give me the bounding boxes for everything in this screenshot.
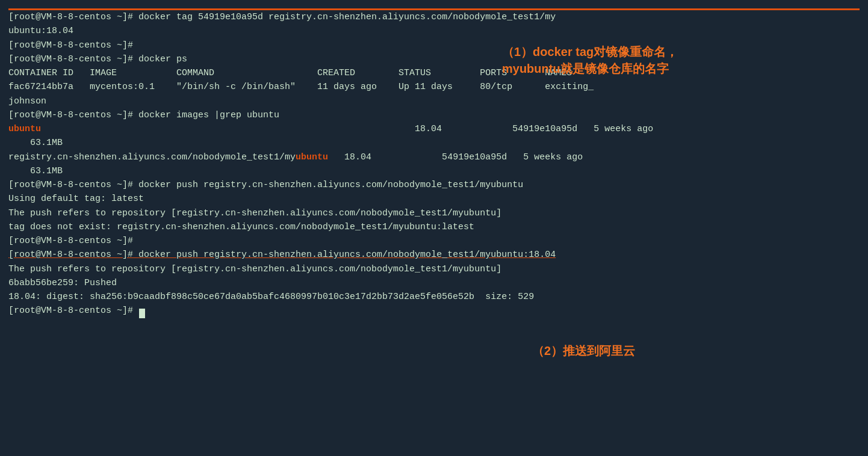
terminal-line: [root@VM-8-8-centos ~]# docker tag 54919…: [8, 10, 860, 24]
terminal-line: Using default tag: latest: [8, 192, 860, 206]
command-text: docker push registry.cn-shenzhen.aliyunc…: [138, 180, 523, 190]
prompt: [root@VM-8-8-centos ~]#: [8, 180, 138, 190]
command-text: docker images |grep ubuntu: [138, 110, 279, 120]
prompt: [root@VM-8-8-centos ~]#: [8, 54, 138, 64]
terminal-line: johnson: [8, 94, 860, 108]
annotation-1-line2: myubuntu就是镜像仓库的名字: [502, 62, 669, 75]
terminal-line: The push refers to repository [registry.…: [8, 262, 860, 276]
ubuntu-red-text-2: ubuntu: [296, 152, 328, 162]
terminal-line: 63.1MB: [8, 136, 860, 150]
command-text: docker ps: [138, 54, 187, 64]
annotation-2: （2）推送到阿里云: [532, 342, 743, 359]
terminal-line: fac67214bb7a mycentos:0.1 "/bin/sh -c /b…: [8, 80, 860, 94]
ubuntu-red-text: ubuntu: [8, 124, 41, 134]
prompt: [root@VM-8-8-centos ~]#: [8, 12, 138, 22]
annotation-2-text: （2）推送到阿里云: [532, 344, 635, 357]
terminal-line-underlined: [root@VM-8-8-centos ~]# docker push regi…: [8, 248, 860, 262]
command-text: docker push registry.cn-shenzhen.aliyunc…: [138, 250, 556, 260]
terminal-line: [root@VM-8-8-centos ~]#: [8, 234, 860, 248]
prompt: [root@VM-8-8-centos ~]#: [8, 110, 138, 120]
terminal-line: 63.1MB: [8, 164, 860, 178]
terminal-line: 18.04: digest: sha256:b9caadbf898c50ce67…: [8, 290, 860, 304]
prompt: [root@VM-8-8-centos ~]#: [8, 250, 138, 260]
terminal-line-ubuntu: ubuntu 18.04 54919e10a95d 5 weeks ago: [8, 122, 860, 136]
terminal-line: [root@VM-8-8-centos ~]# docker push regi…: [8, 178, 860, 192]
annotation-1-line1: （1）docker tag对镜像重命名，: [502, 45, 678, 58]
terminal-line: ubuntu:18.04: [8, 24, 860, 38]
terminal-line-registry: registry.cn-shenzhen.aliyuncs.com/nobody…: [8, 150, 860, 164]
terminal-line: tag does not exist: registry.cn-shenzhen…: [8, 220, 860, 234]
terminal-line: [root@VM-8-8-centos ~]# docker images |g…: [8, 108, 860, 122]
command-text: docker tag 54919e10a95d registry.cn-shen…: [138, 12, 556, 22]
annotation-1: （1）docker tag对镜像重命名， myubuntu就是镜像仓库的名字: [502, 43, 851, 77]
terminal-last-line: [root@VM-8-8-centos ~]#: [8, 304, 860, 318]
terminal-container: [root@VM-8-8-centos ~]# docker tag 54919…: [8, 8, 860, 318]
cursor: [139, 309, 145, 318]
terminal-line: 6babb56be259: Pushed: [8, 276, 860, 290]
terminal-line: The push refers to repository [registry.…: [8, 206, 860, 220]
